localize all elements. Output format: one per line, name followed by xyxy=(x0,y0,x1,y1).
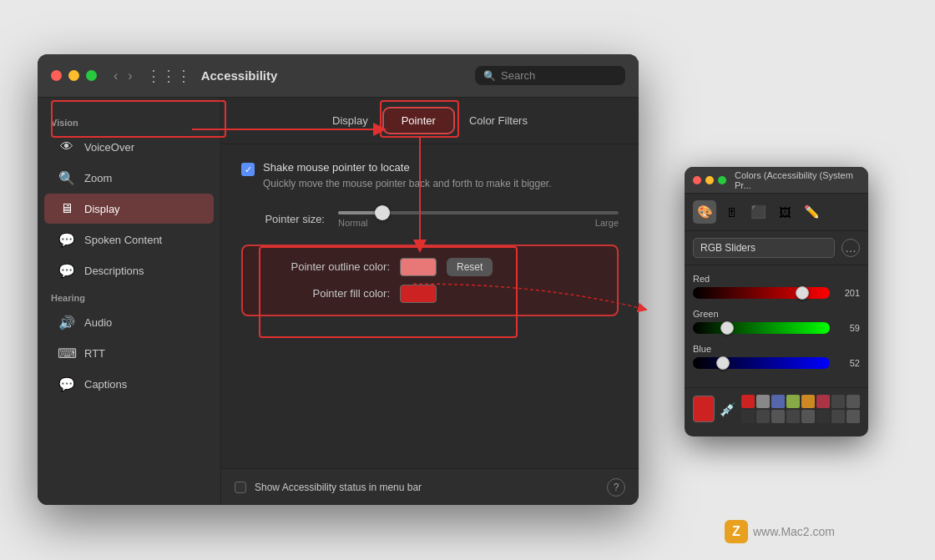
swatch-cell-9[interactable] xyxy=(756,410,770,423)
sidebar-item-voiceover[interactable]: 👁 VoiceOver xyxy=(44,132,214,162)
swatch-cell-6[interactable] xyxy=(831,395,845,408)
colors-minimize-btn[interactable] xyxy=(705,176,714,184)
red-slider-wrap: 201 xyxy=(693,287,860,299)
blue-slider-track[interactable] xyxy=(693,357,830,369)
search-icon: 🔍 xyxy=(483,70,496,82)
colors-panel: Colors (Accessibility (System Pr... 🎨 🎚 … xyxy=(685,167,868,436)
forward-button[interactable]: › xyxy=(124,67,135,85)
color-sliders-btn[interactable]: 🎚 xyxy=(720,200,743,224)
blue-slider-thumb[interactable] xyxy=(716,356,730,370)
rgb-select[interactable]: RGB Sliders xyxy=(693,238,835,258)
swatch-cell-7[interactable] xyxy=(847,395,860,408)
sidebar-section-hearing: Hearing xyxy=(38,286,220,306)
swatch-cell-11[interactable] xyxy=(786,410,800,423)
back-button[interactable]: ‹ xyxy=(110,67,121,85)
audio-icon: 🔊 xyxy=(58,313,76,331)
red-slider-thumb[interactable] xyxy=(796,286,809,300)
sidebar-item-captions[interactable]: 💬 Captions xyxy=(44,369,214,399)
outline-color-swatch[interactable] xyxy=(400,258,437,276)
reset-button[interactable]: Reset xyxy=(447,258,493,276)
outline-color-row: Pointer outline color: Reset xyxy=(256,258,604,276)
swatch-cell-10[interactable] xyxy=(771,410,785,423)
close-button[interactable] xyxy=(51,70,62,81)
green-value: 59 xyxy=(836,323,860,333)
swatch-cell-12[interactable] xyxy=(801,410,815,423)
sidebar-item-display[interactable]: 🖥 Display xyxy=(44,194,214,224)
red-slider-track[interactable] xyxy=(693,287,830,299)
swatch-cell-0[interactable] xyxy=(741,395,755,408)
colors-close-btn[interactable] xyxy=(693,176,701,184)
fullscreen-button[interactable] xyxy=(86,70,97,81)
pointer-size-slider[interactable]: Normal Large xyxy=(338,211,619,228)
sidebar-label-voiceover: VoiceOver xyxy=(84,141,134,154)
sidebar-item-spoken-content[interactable]: 💬 Spoken Content xyxy=(44,225,214,255)
display-icon: 🖥 xyxy=(58,199,76,218)
fill-color-label: Pointer fill color: xyxy=(256,287,390,300)
swatch-row-main: 💉 xyxy=(693,395,860,423)
watermark-text: www.Mac2.com xyxy=(753,525,835,538)
sidebar-label-descriptions: Descriptions xyxy=(84,265,144,277)
swatch-cell-15[interactable] xyxy=(847,410,860,423)
swatch-cell-13[interactable] xyxy=(816,410,830,423)
green-slider-track[interactable] xyxy=(693,322,830,334)
shake-section: ✓ Shake mouse pointer to locate Quickly … xyxy=(241,161,619,191)
tab-bar: Display Pointer Color Filters xyxy=(221,98,639,144)
tab-display[interactable]: Display xyxy=(316,109,385,132)
swatch-cell-4[interactable] xyxy=(801,395,815,408)
sidebar-label-audio: Audio xyxy=(84,316,112,329)
color-palette-btn[interactable]: ⬛ xyxy=(746,200,770,224)
fill-color-swatch[interactable] xyxy=(400,285,437,303)
sidebar-item-audio[interactable]: 🔊 Audio xyxy=(44,307,214,337)
color-image-btn[interactable]: 🖼 xyxy=(773,200,796,224)
captions-icon: 💬 xyxy=(58,375,76,393)
descriptions-icon: 💬 xyxy=(58,261,76,280)
content-area: ✓ Shake mouse pointer to locate Quickly … xyxy=(221,144,639,468)
sidebar-item-descriptions[interactable]: 💬 Descriptions xyxy=(44,255,214,285)
swatch-cell-14[interactable] xyxy=(831,410,845,423)
swatch-cell-2[interactable] xyxy=(771,395,785,408)
tab-pointer[interactable]: Pointer xyxy=(385,109,452,132)
status-bar-checkbox[interactable] xyxy=(235,482,246,493)
color-pencil-btn[interactable]: ✏️ xyxy=(800,200,823,224)
red-value: 201 xyxy=(836,288,860,298)
blue-slider-wrap: 52 xyxy=(693,357,860,369)
swatch-cell-5[interactable] xyxy=(816,395,830,408)
colors-title: Colors (Accessibility (System Pr... xyxy=(735,170,860,190)
grid-icon[interactable]: ⋮⋮⋮ xyxy=(146,67,191,85)
status-bar-label: Show Accessibility status in menu bar xyxy=(255,482,599,493)
blue-value: 52 xyxy=(836,358,860,368)
outline-color-label: Pointer outline color: xyxy=(256,260,390,273)
sidebar-item-zoom[interactable]: 🔍 Zoom xyxy=(44,163,214,193)
shake-text: Shake mouse pointer to locate Quickly mo… xyxy=(263,161,552,191)
sidebar-item-rtt[interactable]: ⌨ RTT xyxy=(44,338,214,368)
sidebar-label-spoken: Spoken Content xyxy=(84,234,162,246)
green-slider-thumb[interactable] xyxy=(720,321,734,335)
traffic-lights xyxy=(51,70,97,81)
swatch-cell-8[interactable] xyxy=(741,410,755,423)
slider-min-label: Normal xyxy=(338,218,367,228)
tab-color-filters[interactable]: Color Filters xyxy=(452,109,544,132)
colors-fullscreen-btn[interactable] xyxy=(718,176,726,184)
rgb-more-button[interactable]: … xyxy=(842,239,860,257)
sidebar: Vision 👁 VoiceOver 🔍 Zoom 🖥 Display 💬 Sp… xyxy=(38,98,221,505)
help-button[interactable]: ? xyxy=(607,478,625,497)
slider-track xyxy=(338,211,619,214)
swatch-cell-1[interactable] xyxy=(756,395,770,408)
colors-traffic-lights xyxy=(693,176,726,184)
sidebar-section-vision: Vision xyxy=(38,111,220,131)
search-bar[interactable]: 🔍 Search xyxy=(475,66,625,85)
red-label: Red xyxy=(693,274,860,284)
minimize-button[interactable] xyxy=(68,70,79,81)
rgb-selector: RGB Sliders … xyxy=(685,231,868,265)
blue-label: Blue xyxy=(693,344,860,354)
shake-checkbox[interactable]: ✓ xyxy=(241,163,255,176)
color-wheel-btn[interactable]: 🎨 xyxy=(693,200,716,224)
swatch-cell-3[interactable] xyxy=(786,395,800,408)
shake-description: Quickly move the mouse pointer back and … xyxy=(263,177,552,191)
current-color-swatch[interactable] xyxy=(693,396,715,422)
slider-thumb[interactable] xyxy=(375,205,390,220)
swatch-grid xyxy=(741,395,860,423)
search-input[interactable]: Search xyxy=(501,69,535,82)
eyedropper-icon[interactable]: 💉 xyxy=(720,401,736,417)
nav-buttons: ‹ › xyxy=(110,67,136,85)
